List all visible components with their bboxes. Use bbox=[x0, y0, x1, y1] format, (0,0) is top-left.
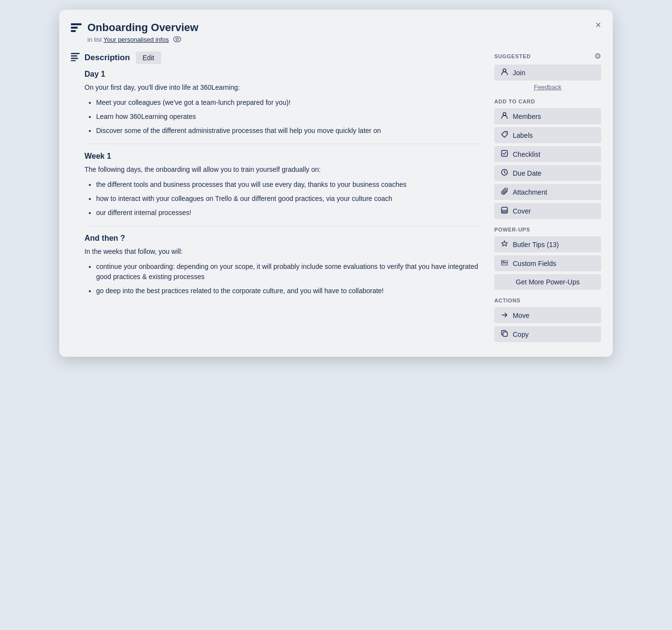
cover-icon bbox=[500, 207, 509, 215]
join-label: Join bbox=[513, 69, 525, 77]
modal-header: Onboarding Overview in list Your persona… bbox=[71, 21, 601, 44]
svg-point-9 bbox=[503, 69, 506, 72]
watch-icon bbox=[173, 36, 181, 44]
add-to-card-label: ADD TO CARD bbox=[494, 99, 601, 104]
get-more-power-ups-button[interactable]: Get More Power-Ups bbox=[494, 274, 601, 290]
due-date-label: Due Date bbox=[513, 169, 541, 177]
checklist-icon bbox=[500, 150, 509, 158]
card-subtitle: in list Your personalised infos bbox=[87, 36, 199, 44]
members-icon bbox=[500, 112, 509, 120]
list-item: how to interact with your colleagues on … bbox=[96, 194, 483, 204]
actions-label: ACTIONS bbox=[494, 298, 601, 303]
checklist-button[interactable]: Checklist bbox=[494, 146, 601, 162]
section-day1-title: Day 1 bbox=[84, 70, 483, 79]
section-day1-list: Meet your colleagues (we've got a team-l… bbox=[84, 98, 483, 136]
checklist-label: Checklist bbox=[513, 150, 540, 158]
list-item: go deep into the best practices related … bbox=[96, 286, 483, 296]
list-item: Learn how 360Learning operates bbox=[96, 112, 483, 122]
labels-label: Labels bbox=[513, 132, 533, 139]
butler-tips-label: Butler Tips (13) bbox=[513, 241, 559, 249]
list-item: Meet your colleagues (we've got a team-l… bbox=[96, 98, 483, 108]
clock-icon bbox=[500, 169, 509, 177]
move-icon bbox=[500, 311, 509, 319]
cover-button[interactable]: Cover bbox=[494, 203, 601, 219]
svg-rect-19 bbox=[503, 332, 507, 336]
svg-rect-8 bbox=[71, 60, 76, 61]
custom-fields-label: Custom Fields bbox=[513, 260, 556, 267]
svg-rect-1 bbox=[71, 27, 78, 29]
list-item: Discover some of the different administr… bbox=[96, 126, 483, 136]
custom-fields-button[interactable]: Custom Fields bbox=[494, 255, 601, 271]
svg-rect-0 bbox=[71, 23, 82, 25]
edit-button[interactable]: Edit bbox=[136, 51, 161, 64]
labels-button[interactable]: Labels bbox=[494, 127, 601, 143]
main-content: Description Edit Day 1 On your first day… bbox=[71, 51, 483, 345]
copy-label: Copy bbox=[513, 331, 529, 338]
close-button[interactable]: × bbox=[591, 17, 605, 33]
move-button[interactable]: Move bbox=[494, 307, 601, 323]
card-modal: Onboarding Overview in list Your persona… bbox=[59, 10, 613, 357]
join-button[interactable]: Join bbox=[494, 65, 601, 81]
members-button[interactable]: Members bbox=[494, 108, 601, 124]
modal-body: Description Edit Day 1 On your first day… bbox=[71, 51, 601, 345]
label-icon bbox=[500, 131, 509, 139]
attachment-icon bbox=[500, 188, 509, 196]
description-icon bbox=[71, 52, 80, 63]
description-body: Day 1 On your first day, you'll dive int… bbox=[71, 70, 483, 296]
list-item: our different internal processes! bbox=[96, 208, 483, 218]
suggested-label: SUGGESTED ⚙ bbox=[494, 51, 601, 61]
svg-point-4 bbox=[176, 38, 179, 41]
svg-point-11 bbox=[505, 133, 506, 133]
butler-icon bbox=[500, 240, 509, 249]
section-andthen-title: And then ? bbox=[84, 234, 483, 243]
attachment-button[interactable]: Attachment bbox=[494, 184, 601, 200]
copy-icon bbox=[500, 330, 509, 338]
svg-rect-5 bbox=[71, 53, 80, 54]
feedback-button[interactable]: Feedback bbox=[494, 83, 601, 91]
description-header: Description Edit bbox=[71, 51, 483, 64]
list-item: the different tools and business process… bbox=[96, 180, 483, 190]
list-link[interactable]: Your personalised infos bbox=[103, 36, 169, 43]
svg-point-10 bbox=[503, 113, 506, 116]
attachment-label: Attachment bbox=[513, 188, 547, 196]
section-divider bbox=[84, 144, 483, 144]
svg-rect-17 bbox=[501, 263, 508, 265]
svg-rect-6 bbox=[71, 55, 77, 57]
section-andthen-list: continue your onboarding: depending on y… bbox=[84, 262, 483, 296]
settings-icon-button[interactable]: ⚙ bbox=[594, 51, 601, 61]
cover-label: Cover bbox=[513, 207, 531, 215]
svg-rect-15 bbox=[502, 210, 507, 213]
custom-fields-icon bbox=[500, 259, 509, 267]
section-andthen-intro: In the weeks that follow, you will: bbox=[84, 247, 483, 257]
svg-rect-2 bbox=[71, 30, 76, 32]
copy-button[interactable]: Copy bbox=[494, 326, 601, 342]
description-title: Description bbox=[84, 53, 130, 63]
section-week1-list: the different tools and business process… bbox=[84, 180, 483, 218]
section-day1-intro: On your first day, you'll dive into life… bbox=[84, 83, 483, 93]
svg-point-3 bbox=[174, 37, 181, 42]
section-divider bbox=[84, 226, 483, 226]
card-icon bbox=[71, 23, 82, 34]
butler-tips-button[interactable]: Butler Tips (13) bbox=[494, 236, 601, 252]
svg-rect-18 bbox=[502, 261, 504, 262]
move-label: Move bbox=[513, 312, 529, 319]
section-week1-title: Week 1 bbox=[84, 152, 483, 161]
sidebar: SUGGESTED ⚙ Join Feedback ADD TO CARD bbox=[494, 51, 601, 345]
section-week1-intro: The following days, the onboarding will … bbox=[84, 165, 483, 175]
list-item: continue your onboarding: depending on y… bbox=[96, 262, 483, 282]
members-label: Members bbox=[513, 113, 541, 120]
header-text: Onboarding Overview in list Your persona… bbox=[87, 21, 199, 44]
person-icon bbox=[500, 68, 509, 77]
due-date-button[interactable]: Due Date bbox=[494, 165, 601, 181]
power-ups-label: POWER-UPS bbox=[494, 227, 601, 232]
svg-rect-7 bbox=[71, 58, 78, 59]
card-title: Onboarding Overview bbox=[87, 21, 199, 34]
